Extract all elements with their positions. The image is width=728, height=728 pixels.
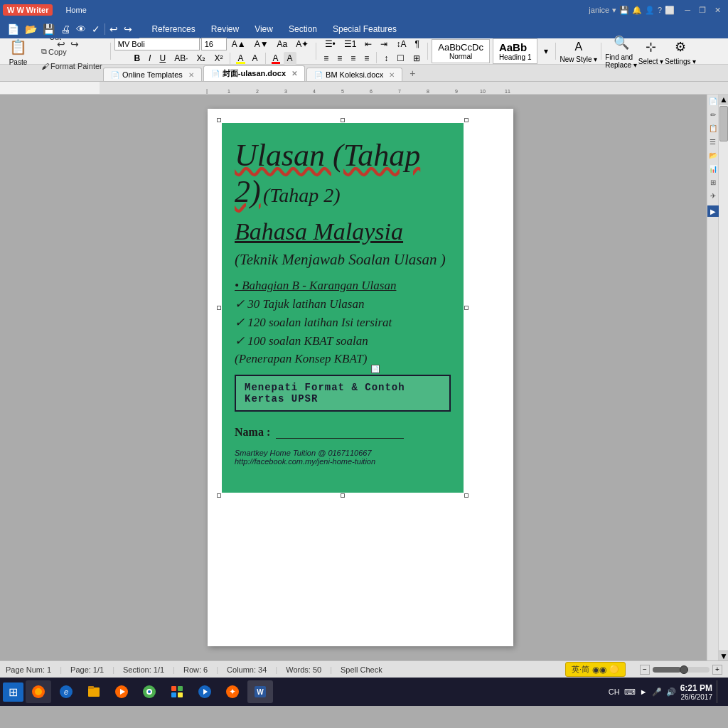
rp-btn7[interactable]: ⊞ bbox=[710, 178, 716, 186]
rp-btn5[interactable]: 📂 bbox=[709, 151, 717, 159]
taskbar-media[interactable] bbox=[109, 680, 134, 703]
minimize-button[interactable]: ─ bbox=[680, 4, 695, 16]
decrease-indent-button[interactable]: ⇤ bbox=[361, 38, 375, 50]
scroll-up-button[interactable]: ▲ bbox=[719, 95, 728, 105]
menu-review[interactable]: Review bbox=[204, 22, 246, 36]
bold-button[interactable]: B bbox=[130, 52, 144, 65]
taskbar-writer[interactable]: W bbox=[247, 680, 273, 703]
show-desktop-button[interactable] bbox=[717, 680, 721, 703]
bell-icon[interactable]: 🔔 bbox=[632, 6, 642, 15]
zoom-in-button[interactable]: + bbox=[712, 665, 722, 675]
rp-btn4[interactable]: ☰ bbox=[710, 138, 716, 146]
taskbar-chrome[interactable] bbox=[136, 680, 162, 703]
tab-bm-koleksi-close[interactable]: ✕ bbox=[389, 71, 395, 79]
qa-spellcheck-button[interactable]: ✓ bbox=[90, 23, 102, 35]
zoom-slider[interactable] bbox=[653, 667, 710, 673]
close-button[interactable]: ✕ bbox=[710, 4, 725, 16]
scroll-thumb[interactable] bbox=[719, 106, 728, 141]
cover-container[interactable]: Ulasan (Tahap 2) (Tahap 2) Bahasa Malays… bbox=[222, 123, 464, 493]
line-spacing-button[interactable]: ↕ bbox=[380, 52, 392, 65]
qa-undo-button[interactable]: ↩ bbox=[55, 38, 67, 50]
para-shading-button[interactable]: ☐ bbox=[393, 52, 408, 65]
taskbar-settings[interactable] bbox=[164, 680, 190, 703]
select-button[interactable]: ⊹ bbox=[642, 38, 660, 56]
rp-btn6[interactable]: 📊 bbox=[709, 165, 717, 173]
font-name-input[interactable] bbox=[114, 38, 200, 50]
superscript-button[interactable]: X² bbox=[210, 52, 226, 65]
styles-more-button[interactable]: ▾ bbox=[540, 45, 552, 58]
font-color-button[interactable]: A bbox=[269, 52, 282, 65]
zoom-handle[interactable] bbox=[680, 665, 688, 674]
scroll-down-button[interactable]: ▼ bbox=[719, 651, 728, 660]
align-center-button[interactable]: ≡ bbox=[333, 52, 346, 65]
taskbar-puzzle[interactable]: ✦ bbox=[220, 680, 245, 703]
subscript-button[interactable]: X₂ bbox=[193, 52, 209, 65]
bullets-button[interactable]: ☰• bbox=[321, 38, 339, 50]
qa-new-button[interactable]: 📄 bbox=[6, 23, 21, 35]
rp-btn8[interactable]: ✈ bbox=[710, 192, 716, 200]
format-painter-button[interactable]: 🖌 Format Painter bbox=[37, 60, 107, 73]
new-tab-button[interactable]: + bbox=[404, 65, 421, 81]
qa-preview-button[interactable]: 👁 bbox=[75, 23, 87, 35]
tab-ulasan-close[interactable]: ✕ bbox=[291, 70, 297, 77]
font-grow-button[interactable]: A▲ bbox=[228, 38, 250, 50]
menu-special[interactable]: Special Features bbox=[326, 22, 404, 36]
settings-button[interactable]: ⚙ bbox=[671, 38, 690, 56]
align-right-button[interactable]: ≡ bbox=[347, 52, 359, 65]
title-tab-home[interactable]: Home bbox=[60, 3, 92, 17]
restore-button[interactable]: ❐ bbox=[695, 4, 710, 16]
tab-ulasan[interactable]: 📄 封面-ulasan.docx ✕ bbox=[203, 65, 305, 81]
save-cloud-icon[interactable]: 💾 bbox=[619, 6, 629, 15]
rp-btn-active[interactable]: ▶ bbox=[707, 205, 719, 217]
window-icon[interactable]: ⬜ bbox=[665, 6, 675, 15]
taskbar-player[interactable] bbox=[192, 680, 218, 703]
borders-button[interactable]: ⊞ bbox=[410, 52, 424, 65]
rp-btn3[interactable]: 📋 bbox=[709, 124, 717, 132]
qa-redo-button2[interactable]: ↪ bbox=[122, 23, 134, 35]
taskbar-ie[interactable]: e bbox=[53, 680, 79, 703]
zoom-out-button[interactable]: − bbox=[640, 665, 650, 675]
italic-button[interactable]: I bbox=[145, 52, 154, 65]
rp-btn1[interactable]: 📄 bbox=[709, 97, 717, 105]
clear-format-button[interactable]: Aa bbox=[274, 38, 291, 50]
align-left-button[interactable]: ≡ bbox=[320, 52, 332, 65]
strikethrough-button[interactable]: AB· bbox=[171, 52, 191, 65]
tab-bm-koleksi[interactable]: 📄 BM Koleksi.docx ✕ bbox=[306, 68, 402, 81]
font-shade-button[interactable]: A bbox=[284, 52, 296, 65]
status-spell-check[interactable]: Spell Check bbox=[341, 665, 382, 674]
highlight-button[interactable]: A bbox=[234, 52, 247, 65]
font-size-input[interactable] bbox=[201, 38, 227, 50]
qa-undo-button2[interactable]: ↩ bbox=[108, 23, 119, 35]
taskbar-explorer[interactable] bbox=[81, 680, 107, 703]
sort-button[interactable]: ↕A bbox=[392, 38, 410, 50]
ime-bar[interactable]: 英·简 ◉◉ 🟡 bbox=[565, 662, 626, 677]
qa-open-button[interactable]: 📂 bbox=[23, 23, 38, 35]
new-style-button[interactable]: A bbox=[572, 39, 587, 55]
qa-redo-button[interactable]: ↪ bbox=[69, 38, 80, 50]
find-replace-button[interactable]: 🔍 bbox=[610, 33, 633, 52]
tab-online-templates[interactable]: 📄 Online Templates ✕ bbox=[103, 68, 202, 81]
style-heading1[interactable]: AaBb Heading 1 bbox=[493, 38, 538, 64]
character-shading-button[interactable]: A bbox=[249, 52, 262, 65]
justify-button[interactable]: ≡ bbox=[360, 52, 373, 65]
increase-indent-button[interactable]: ⇥ bbox=[377, 38, 391, 50]
menu-section[interactable]: Section bbox=[282, 22, 324, 36]
text-effects-button[interactable]: A✦ bbox=[292, 38, 312, 50]
tab-online-templates-close[interactable]: ✕ bbox=[188, 71, 194, 79]
font-shrink-button[interactable]: A▼ bbox=[251, 38, 272, 50]
paste-button[interactable]: 📋 bbox=[3, 36, 33, 58]
underline-button[interactable]: U bbox=[156, 52, 169, 65]
doc-icon[interactable]: 📄 bbox=[371, 365, 380, 373]
qa-print-button[interactable]: 🖨 bbox=[59, 23, 72, 35]
start-button[interactable]: ⊞ bbox=[3, 682, 23, 702]
menu-view[interactable]: View bbox=[247, 22, 280, 36]
qa-save-button[interactable]: 💾 bbox=[41, 23, 56, 35]
question-icon[interactable]: ? bbox=[658, 6, 662, 14]
style-normal[interactable]: AaBbCcDc Normal bbox=[432, 39, 490, 63]
show-marks-button[interactable]: ¶ bbox=[411, 38, 422, 50]
taskbar-firefox[interactable] bbox=[26, 680, 51, 703]
user-chevron-icon[interactable]: ▾ bbox=[612, 6, 616, 15]
numbering-button[interactable]: ☰1 bbox=[341, 38, 360, 50]
menu-references[interactable]: References bbox=[144, 22, 202, 36]
share-icon[interactable]: 👤 bbox=[645, 6, 655, 15]
